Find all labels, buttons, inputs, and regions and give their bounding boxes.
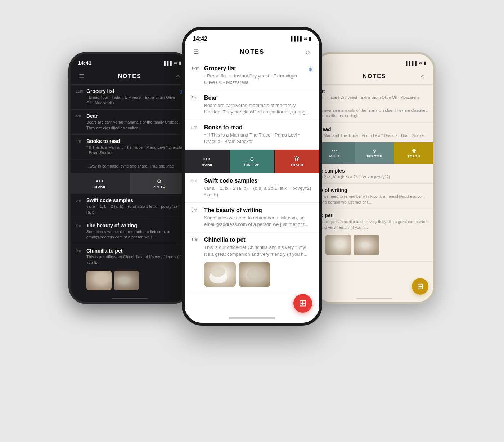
left-context-note[interactable]: ...way to compose, sync and share. iPad … [71, 160, 189, 173]
center-more-icon: ••• [203, 156, 211, 162]
center-menu-icon[interactable]: ☰ [191, 47, 201, 57]
center-img-1 [204, 262, 236, 287]
right-search-icon[interactable]: ⌕ [418, 71, 428, 81]
right-images [320, 232, 384, 258]
center-wifi-icon: ≋ [303, 36, 307, 41]
center-note-7-time: 10m [191, 237, 201, 257]
right-note-3[interactable]: read a Man and The Truce - Primo Levi * … [315, 123, 433, 142]
center-header: ☰ NOTES ⌕ [185, 45, 319, 61]
left-note-6-title: The beauty of writing [86, 223, 184, 228]
right-status-icons: ▐▐▐▐ ≋ ▮ [404, 61, 426, 66]
left-note-5-preview: var a = 1, b = 2 (a, b) = (b,a) a 2b 1 l… [86, 204, 184, 215]
right-home-indicator [315, 295, 433, 302]
center-note-5-content: Swift code samples var a = 1, b = 2 (a, … [204, 178, 313, 198]
left-more-icon: ••• [96, 178, 104, 184]
right-img-1 [325, 235, 351, 255]
left-note-7[interactable]: 9m Chincilla to pet This is our office-p… [71, 244, 189, 295]
center-images [191, 260, 275, 289]
right-note-6-content: y of writing s we need to remember a lin… [320, 187, 428, 205]
right-ctx-pin[interactable]: ⊙ PIN TOP [355, 142, 394, 164]
center-note-3-preview: * If This Is a Man and The Truce - Primo… [204, 132, 313, 145]
right-note-3-content: read a Man and The Truce - Primo Levi * … [320, 126, 428, 138]
center-ctx-more[interactable]: ••• MORE [185, 150, 229, 173]
center-time: 14:42 [193, 36, 207, 42]
right-note-5[interactable]: e samples = 2 (a, b) = (b,a) a 2b 1 let … [315, 164, 433, 184]
left-search-icon[interactable]: ⌕ [173, 71, 183, 81]
left-home-bar [112, 298, 148, 299]
phone-right: ▐▐▐▐ ≋ ▮ NOTES ⌕ st ur - Instant Dry yea… [313, 52, 436, 304]
center-pin-icon: ⊕ [308, 66, 313, 73]
left-img-2 [114, 271, 139, 290]
left-note-6[interactable]: 6m The beauty of writing Sometimes we ne… [71, 219, 189, 244]
center-title: NOTES [201, 48, 303, 55]
right-header: NOTES ⌕ [315, 70, 433, 85]
right-note-2[interactable]: arnivoran mammals of the family Ursidae.… [315, 104, 433, 123]
center-note-1-content: Grocery list - Bread flour - Instant Dry… [204, 65, 305, 86]
left-note-5-time: 5m [76, 197, 84, 202]
right-home-bar [356, 298, 392, 299]
left-menu-icon[interactable]: ☰ [76, 71, 86, 81]
center-ctx-pin[interactable]: ⊙ PIN TOP [229, 150, 274, 173]
center-fab[interactable]: ⊞ [293, 294, 312, 313]
center-pin-label: PIN TOP [244, 163, 260, 166]
center-note-6[interactable]: 6m The beauty of writing Sometimes we ne… [185, 203, 319, 232]
center-note-7[interactable]: 10m Chincilla to pet This is our office-… [185, 232, 319, 294]
left-screen: 14:41 ▐▐▐ ≋ ▮ ☰ NOTES ⌕ 11m Grocery [71, 54, 189, 302]
left-note-5[interactable]: 5m Swift code samples var a = 1, b = 2 (… [71, 194, 189, 219]
left-time: 14:41 [78, 60, 91, 66]
center-trash-label: TRASH [291, 163, 303, 167]
right-note-1[interactable]: st ur - Instant Dry yeast - Extra-virgin… [315, 85, 433, 104]
left-note-3-title: Books to read [86, 138, 184, 144]
center-context-wrapper: 5m Books to read * If This Is a Man and … [185, 120, 319, 173]
left-note-2[interactable]: 4m Bear Bears are carnivoran mammals of … [71, 110, 189, 135]
center-pin-top-icon: ⊙ [250, 156, 254, 162]
center-note-2-time: 5m [191, 95, 201, 101]
left-note-3[interactable]: 4m Books to read * If This Is a Man and … [71, 135, 189, 160]
right-context-wrapper: read a Man and The Truce - Primo Levi * … [315, 123, 433, 164]
center-trash-icon: 🗑 [294, 156, 300, 162]
center-note-1[interactable]: 12m Grocery list - Bread flour - Instant… [185, 61, 319, 90]
left-context-content: ...way to compose, sync and share. iPad … [86, 164, 184, 169]
center-note-2-content: Bear Bears are carnivoran mammals of the… [204, 95, 313, 115]
left-note-1[interactable]: 11m Grocery list - Bread flour - Instant… [71, 85, 189, 110]
right-note-6-preview: s we need to remember a link.com, an ema… [320, 194, 428, 205]
left-ctx-pin[interactable]: ⊙ PIN TO [130, 173, 189, 194]
center-note-5[interactable]: 6m Swift code samples var a = 1, b = 2 (… [185, 173, 319, 203]
left-context-time [76, 164, 84, 164]
left-context-wrapper: ...way to compose, sync and share. iPad … [71, 160, 189, 194]
center-note-7-title: Chincilla to pet [204, 237, 313, 243]
center-note-1-time: 12m [191, 65, 201, 71]
left-title: NOTES [86, 73, 173, 80]
center-note-2-title: Bear [204, 95, 313, 101]
center-ctx-trash[interactable]: 🗑 TRASH [274, 150, 319, 173]
left-note-5-title: Swift code samples [86, 197, 184, 203]
center-note-3-content: Books to read * If This Is a Man and The… [204, 124, 313, 145]
left-note-3-preview: * If This Is a Man and The Truce - Primo… [86, 145, 184, 156]
scene: 14:41 ▐▐▐ ≋ ▮ ☰ NOTES ⌕ 11m Grocery [54, 23, 450, 419]
center-note-5-preview: var a = 1, b = 2 (a, b) = (b,a) a 2b 1 l… [204, 185, 313, 198]
center-note-3-title: Books to read [204, 124, 313, 131]
left-note-3-time: 4m [76, 138, 84, 143]
center-battery-icon: ▮ [309, 36, 311, 41]
right-note-7[interactable]: o pet office-pet Chinchilla and it's ver… [315, 209, 433, 262]
left-ctx-more[interactable]: ••• MORE [71, 173, 130, 194]
right-note-5-title: e samples [320, 168, 428, 174]
center-search-icon[interactable]: ⌕ [303, 47, 313, 57]
right-note-6[interactable]: y of writing s we need to remember a lin… [315, 184, 433, 209]
right-ctx-trash[interactable]: 🗑 TRASH [394, 142, 433, 164]
right-fab[interactable]: ⊞ [412, 278, 428, 295]
left-battery-icon: ▮ [179, 61, 181, 66]
left-note-7-preview: This is our office-pet Chinchilla and it… [86, 254, 184, 265]
center-note-6-title: The beauty of writing [204, 207, 313, 214]
right-pin-top-icon: ⊙ [373, 148, 377, 154]
left-header: ☰ NOTES ⌕ [71, 70, 189, 85]
center-note-list: 12m Grocery list - Bread flour - Instant… [185, 61, 319, 314]
left-note-2-time: 4m [76, 113, 84, 118]
phone-left: 14:41 ▐▐▐ ≋ ▮ ☰ NOTES ⌕ 11m Grocery [68, 52, 191, 304]
right-context-menu: ••• MORE ⊙ PIN TOP 🗑 TRASH [315, 142, 433, 164]
center-note-2[interactable]: 5m Bear Bears are carnivoran mammals of … [185, 90, 319, 120]
center-note-3[interactable]: 5m Books to read * If This Is a Man and … [185, 120, 319, 149]
left-images [76, 268, 144, 293]
right-title: NOTES [331, 73, 418, 80]
center-home-bar [229, 317, 275, 319]
